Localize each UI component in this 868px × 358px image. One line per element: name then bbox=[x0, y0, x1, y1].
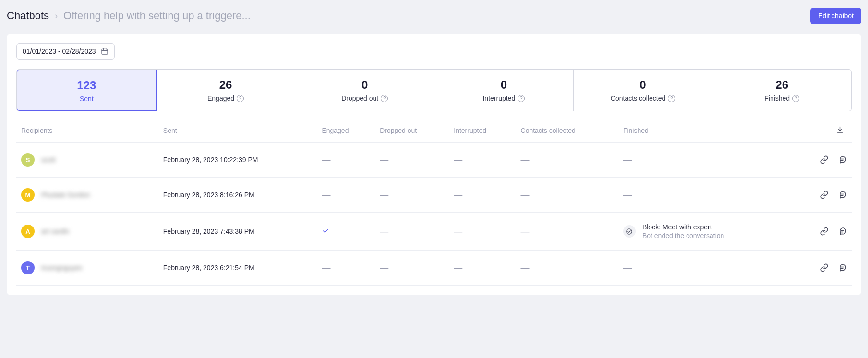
help-icon[interactable]: ? bbox=[237, 95, 244, 102]
dash-icon: — bbox=[380, 190, 388, 200]
breadcrumb: Chatbots › Offering help with setting up… bbox=[7, 10, 251, 22]
table-row: MPlustate GordonFebruary 28, 2023 8:16:2… bbox=[16, 178, 852, 213]
check-icon bbox=[322, 227, 329, 235]
avatar: S bbox=[21, 153, 35, 167]
dash-icon: — bbox=[322, 190, 330, 200]
dash-icon: — bbox=[521, 227, 530, 236]
avatar: T bbox=[21, 261, 35, 274]
dash-icon: — bbox=[454, 190, 462, 200]
cell-dropped: — bbox=[375, 213, 449, 251]
col-actions bbox=[794, 120, 852, 143]
cell-finished: — bbox=[618, 143, 794, 178]
stat-value: 0 bbox=[439, 78, 568, 92]
stat-label: Contacts collected? bbox=[611, 95, 675, 102]
chat-icon[interactable] bbox=[838, 155, 847, 164]
col-finished: Finished bbox=[618, 120, 794, 143]
dash-icon: — bbox=[521, 155, 530, 165]
dash-icon: — bbox=[454, 263, 462, 273]
dash-icon: — bbox=[521, 263, 530, 273]
cell-interrupted: — bbox=[449, 213, 516, 251]
stats-tabs: 123Sent26Engaged?0Dropped out?0Interrupt… bbox=[16, 69, 852, 111]
chat-icon[interactable] bbox=[838, 227, 847, 236]
download-icon[interactable] bbox=[836, 126, 844, 135]
stat-value: 0 bbox=[579, 78, 708, 92]
date-range-value: 01/01/2023 - 02/28/2023 bbox=[23, 48, 96, 55]
recipient-name[interactable]: truongnguyen bbox=[41, 264, 83, 272]
stat-value: 26 bbox=[161, 78, 290, 92]
stat-value: 0 bbox=[300, 78, 429, 92]
stat-tab-engaged[interactable]: 26Engaged? bbox=[157, 70, 296, 111]
table-row: TtruongnguyenFebruary 28, 2023 6:21:54 P… bbox=[16, 251, 852, 286]
dash-icon: — bbox=[454, 227, 462, 236]
svg-rect-0 bbox=[102, 49, 108, 54]
sent-time: February 28, 2023 10:22:39 PM bbox=[158, 143, 317, 178]
cell-finished: Block: Meet with expertBot ended the con… bbox=[618, 213, 794, 251]
stat-label: Interrupted? bbox=[482, 95, 525, 102]
link-icon[interactable] bbox=[820, 227, 829, 236]
col-recipients: Recipients bbox=[16, 120, 158, 143]
link-icon[interactable] bbox=[820, 263, 829, 272]
avatar: A bbox=[21, 225, 35, 238]
avatar: M bbox=[21, 188, 35, 202]
stat-label: Engaged? bbox=[207, 95, 244, 102]
cell-dropped: — bbox=[375, 178, 449, 213]
table-row: Aart cardinFebruary 28, 2023 7:43:38 PM—… bbox=[16, 213, 852, 251]
cell-engaged bbox=[317, 213, 375, 251]
dash-icon: — bbox=[623, 263, 632, 273]
finished-badge-icon bbox=[623, 225, 636, 238]
stat-value: 123 bbox=[22, 79, 151, 92]
cell-interrupted: — bbox=[449, 251, 516, 286]
date-range-picker[interactable]: 01/01/2023 - 02/28/2023 bbox=[16, 43, 115, 60]
dash-icon: — bbox=[623, 155, 632, 165]
table-row: SscottFebruary 28, 2023 10:22:39 PM————— bbox=[16, 143, 852, 178]
breadcrumb-root[interactable]: Chatbots bbox=[7, 10, 49, 22]
recipient-name[interactable]: Plustate Gordon bbox=[41, 191, 90, 199]
svg-point-1 bbox=[627, 228, 632, 234]
stat-tab-dropped-out[interactable]: 0Dropped out? bbox=[295, 70, 434, 111]
cell-contacts: — bbox=[516, 251, 618, 286]
cell-dropped: — bbox=[375, 251, 449, 286]
dash-icon: — bbox=[322, 155, 330, 165]
col-engaged: Engaged bbox=[317, 120, 375, 143]
stat-label: Sent bbox=[80, 95, 94, 103]
stat-label: Dropped out? bbox=[341, 95, 388, 102]
stat-tab-contacts-collected[interactable]: 0Contacts collected? bbox=[574, 70, 713, 111]
cell-engaged: — bbox=[317, 251, 375, 286]
col-sent: Sent bbox=[158, 120, 317, 143]
stat-tab-finished[interactable]: 26Finished? bbox=[712, 70, 851, 111]
finished-title: Block: Meet with expert bbox=[642, 223, 724, 231]
sent-time: February 28, 2023 7:43:38 PM bbox=[158, 213, 317, 251]
dash-icon: — bbox=[521, 190, 530, 200]
sent-time: February 28, 2023 8:16:26 PM bbox=[158, 178, 317, 213]
recipient-name[interactable]: art cardin bbox=[41, 227, 69, 235]
help-icon[interactable]: ? bbox=[792, 95, 799, 102]
help-icon[interactable]: ? bbox=[668, 95, 675, 102]
edit-chatbot-button[interactable]: Edit chatbot bbox=[810, 8, 861, 24]
chat-icon[interactable] bbox=[838, 263, 847, 272]
dash-icon: — bbox=[380, 263, 388, 273]
stat-value: 26 bbox=[717, 78, 846, 92]
cell-contacts: — bbox=[516, 178, 618, 213]
col-interrupted: Interrupted bbox=[449, 120, 516, 143]
cell-finished: — bbox=[618, 178, 794, 213]
dash-icon: — bbox=[380, 155, 388, 165]
recipients-table: Recipients Sent Engaged Dropped out Inte… bbox=[16, 120, 852, 286]
cell-contacts: — bbox=[516, 143, 618, 178]
breadcrumb-current: Offering help with setting up a triggere… bbox=[63, 10, 251, 22]
chat-icon[interactable] bbox=[838, 191, 847, 199]
link-icon[interactable] bbox=[820, 155, 829, 164]
cell-dropped: — bbox=[375, 143, 449, 178]
cell-contacts: — bbox=[516, 213, 618, 251]
cell-finished: — bbox=[618, 251, 794, 286]
help-icon[interactable]: ? bbox=[381, 95, 388, 102]
stat-tab-sent[interactable]: 123Sent bbox=[16, 69, 157, 111]
cell-interrupted: — bbox=[449, 143, 516, 178]
recipient-name[interactable]: scott bbox=[41, 156, 56, 164]
cell-interrupted: — bbox=[449, 178, 516, 213]
dash-icon: — bbox=[454, 155, 462, 165]
stat-tab-interrupted[interactable]: 0Interrupted? bbox=[434, 70, 574, 111]
dash-icon: — bbox=[623, 190, 632, 200]
link-icon[interactable] bbox=[820, 191, 829, 199]
sent-time: February 28, 2023 6:21:54 PM bbox=[158, 251, 317, 286]
help-icon[interactable]: ? bbox=[518, 95, 525, 102]
